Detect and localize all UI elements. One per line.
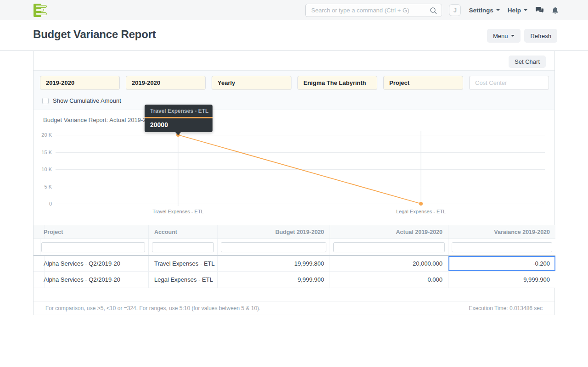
chart-tooltip: Travel Expenses - ETL 20000	[145, 105, 213, 132]
show-cumulative-checkbox[interactable]	[42, 98, 49, 104]
menu-button[interactable]: Menu	[487, 29, 521, 43]
series-line	[178, 135, 421, 204]
user-avatar[interactable]: J	[449, 4, 461, 16]
column-filter-project[interactable]	[41, 242, 145, 252]
column-header-variance[interactable]: Varaiance 2019-2020	[448, 225, 555, 239]
app-logo-icon[interactable]	[34, 4, 47, 17]
cell-account[interactable]: Legal Expenses - ETL	[149, 272, 218, 288]
chat-icon[interactable]	[535, 6, 544, 14]
settings-label: Settings	[469, 7, 493, 14]
fiscal-year-from-filter[interactable]	[40, 76, 120, 90]
refresh-button-label: Refresh	[530, 33, 551, 39]
set-chart-button[interactable]: Set Chart	[509, 56, 546, 68]
cell-budget[interactable]: 9,999.900	[218, 272, 330, 288]
show-cumulative-label: Show Cumulative Amount	[53, 97, 121, 104]
data-point[interactable]	[419, 202, 423, 206]
cell-actual[interactable]: 0.000	[330, 272, 448, 288]
filter-hint-text: For comparison, use >5, <10 or =324. For…	[45, 305, 261, 311]
chevron-down-icon	[511, 35, 515, 37]
fiscal-year-to-filter[interactable]	[126, 76, 206, 90]
help-menu[interactable]: Help	[508, 7, 527, 14]
refresh-button[interactable]: Refresh	[524, 29, 557, 43]
page-title: Budget Variance Report	[33, 28, 156, 41]
filter-section: Show Cumulative Amount	[34, 70, 554, 110]
menu-button-label: Menu	[493, 33, 508, 39]
column-filter-variance[interactable]	[452, 242, 552, 252]
budget-against-filter[interactable]	[383, 76, 463, 90]
report-toolbar: Set Chart	[34, 51, 554, 70]
table-row: Alpha Services - Q2/2019-20 Travel Expen…	[34, 255, 555, 272]
cell-variance-selected[interactable]: -0.200	[448, 256, 555, 271]
cell-project[interactable]: Alpha Services - Q2/2019-20	[38, 272, 149, 288]
report-footer: For comparison, use >5, <10 or =324. For…	[34, 301, 554, 315]
chart-area: Budget Variance Report: Actual 2019-2020…	[34, 110, 555, 222]
column-filter-actual[interactable]	[333, 242, 445, 252]
global-search	[305, 4, 442, 17]
table-header-row: Project Account Budget 2019-2020 Actual …	[34, 225, 555, 239]
tooltip-value: 20000	[145, 118, 213, 132]
table-filter-row	[34, 239, 555, 255]
tooltip-title: Travel Expenses - ETL	[145, 105, 213, 118]
help-label: Help	[508, 7, 521, 14]
chevron-down-icon	[524, 9, 527, 11]
set-chart-label: Set Chart	[515, 58, 540, 65]
cell-variance[interactable]: 9,999.900	[448, 272, 555, 288]
cell-actual[interactable]: 20,000.000	[330, 256, 448, 271]
tooltip-caret-icon	[175, 132, 181, 135]
search-icon[interactable]	[430, 7, 437, 14]
company-filter[interactable]	[297, 76, 377, 90]
column-header-actual[interactable]: Actual 2019-2020	[330, 225, 448, 239]
column-header-budget[interactable]: Budget 2019-2020	[218, 225, 330, 239]
cell-budget[interactable]: 19,999.800	[218, 256, 330, 271]
report-container: Set Chart Show Cumulative Amount Budget …	[33, 51, 555, 315]
cost-center-filter[interactable]	[469, 76, 549, 90]
column-filter-budget[interactable]	[221, 242, 326, 252]
cell-account[interactable]: Travel Expenses - ETL	[149, 256, 218, 271]
settings-menu[interactable]: Settings	[469, 7, 499, 14]
table-row: Alpha Services - Q2/2019-20 Legal Expens…	[34, 272, 555, 288]
notifications-bell-icon[interactable]	[552, 6, 559, 14]
cell-project[interactable]: Alpha Services - Q2/2019-20	[38, 256, 149, 271]
execution-time: Execution Time: 0.013486 sec	[469, 305, 543, 311]
page-head: Budget Variance Report Menu Refresh	[0, 20, 588, 51]
navbar: J Settings Help	[0, 0, 588, 20]
period-filter[interactable]	[212, 76, 291, 90]
column-header-project[interactable]: Project	[38, 225, 149, 239]
report-table: Project Account Budget 2019-2020 Actual …	[34, 225, 555, 288]
column-header-account[interactable]: Account	[149, 225, 218, 239]
column-filter-account[interactable]	[152, 242, 214, 252]
chevron-down-icon	[496, 9, 500, 11]
search-input[interactable]	[311, 4, 426, 17]
